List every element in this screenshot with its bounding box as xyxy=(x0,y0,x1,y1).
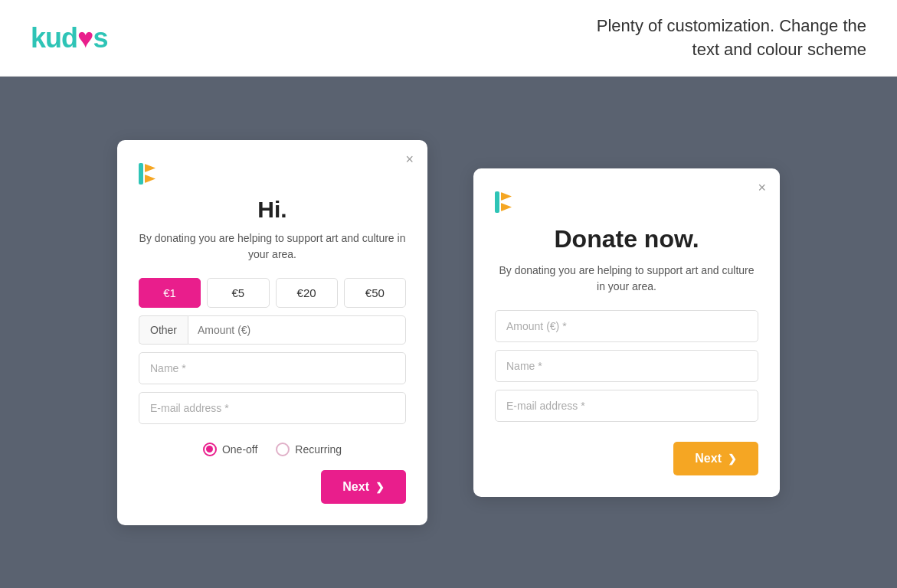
card-left: × Hi. By donating you are helping to sup… xyxy=(117,140,427,525)
name-input-right[interactable] xyxy=(495,350,758,382)
header-tagline: Plenty of customization. Change the text… xyxy=(597,15,866,62)
kudos-icon-right xyxy=(495,191,519,213)
radio-one-off[interactable]: One-off xyxy=(203,443,257,456)
card-right-logo xyxy=(495,191,758,213)
amount-btn-20[interactable]: €20 xyxy=(276,278,338,308)
card-left-title: Hi. xyxy=(139,197,406,223)
logo-text: kud♥s xyxy=(31,22,107,54)
card-right-footer: Next ❯ xyxy=(495,442,758,475)
close-button-right[interactable]: × xyxy=(758,181,766,194)
kudos-icon xyxy=(139,163,163,185)
amount-input-right[interactable] xyxy=(495,310,758,342)
other-amount-row: Other xyxy=(139,315,406,345)
radio-group: One-off Recurring xyxy=(139,443,406,456)
email-input-right[interactable] xyxy=(495,390,758,422)
card-right-subtitle: By donating you are helping to support a… xyxy=(495,263,758,295)
amount-buttons: €1 €5 €20 €50 xyxy=(139,278,406,308)
email-input-left[interactable] xyxy=(139,392,406,424)
radio-recurring[interactable]: Recurring xyxy=(276,443,342,456)
amount-btn-5[interactable]: €5 xyxy=(207,278,269,308)
card-right: × Donate now. By donating you are helpin… xyxy=(473,168,780,497)
next-button-left[interactable]: Next ❯ xyxy=(321,470,406,504)
other-label: Other xyxy=(139,315,188,345)
name-input-left[interactable] xyxy=(139,352,406,384)
next-arrow-icon: ❯ xyxy=(375,481,385,493)
card-left-logo xyxy=(139,163,406,185)
next-button-right[interactable]: Next ❯ xyxy=(673,442,758,475)
amount-btn-1[interactable]: €1 xyxy=(139,278,201,308)
header: kud♥s Plenty of customization. Change th… xyxy=(0,0,897,77)
amount-input[interactable] xyxy=(188,315,406,345)
main-area: × Hi. By donating you are helping to sup… xyxy=(0,77,897,588)
card-right-title: Donate now. xyxy=(495,225,758,253)
logo: kud♥s xyxy=(31,22,107,54)
radio-recurring-circle xyxy=(276,443,290,456)
radio-one-off-circle xyxy=(203,443,217,456)
next-arrow-icon-right: ❯ xyxy=(728,452,737,465)
close-button-left[interactable]: × xyxy=(405,152,414,166)
card-left-footer: Next ❯ xyxy=(139,470,406,504)
card-left-subtitle: By donating you are helping to support a… xyxy=(139,230,406,263)
amount-btn-50[interactable]: €50 xyxy=(344,278,406,308)
